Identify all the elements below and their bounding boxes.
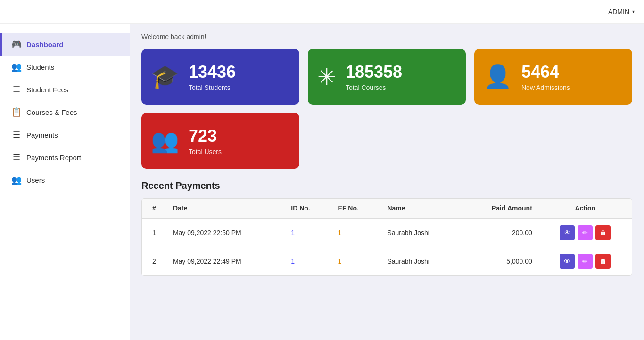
row2-view-button[interactable]: 👁	[560, 254, 575, 269]
col-date: Date	[166, 199, 284, 218]
total-users-number: 723	[189, 126, 222, 146]
row2-name: Saurabh Joshi	[380, 247, 461, 276]
sidebar-label-payments-report: Payments Report	[26, 154, 81, 162]
sidebar-item-payments[interactable]: ☰ Payments	[0, 123, 130, 146]
sidebar-label-payments: Payments	[26, 131, 58, 139]
recent-payments-title: Recent Payments	[141, 180, 632, 191]
courses-badge-icon: ✳	[317, 64, 336, 90]
layout: 🎮 Dashboard 👥 Students ☰ Student Fees 📋 …	[0, 24, 644, 340]
row2-edit-button[interactable]: ✏	[578, 254, 593, 269]
row1-edit-button[interactable]: ✏	[578, 225, 593, 240]
total-courses-label: Total Courses	[346, 84, 402, 91]
sidebar-item-students[interactable]: 👥 Students	[0, 56, 130, 78]
graduation-cap-icon: 🎓	[151, 64, 179, 90]
stats-grid: 🎓 13436 Total Students ✳ 185358 Total Co…	[141, 49, 632, 105]
row1-view-button[interactable]: 👁	[560, 225, 575, 240]
sidebar-label-dashboard: Dashboard	[26, 40, 63, 49]
table-header-row: # Date ID No. EF No. Name Paid Amount Ac…	[142, 199, 632, 218]
table-row: 2 May 09,2022 22:49 PM 1 1 Saurabh Joshi…	[142, 247, 632, 276]
sidebar-item-users[interactable]: 👥 Users	[0, 169, 130, 191]
payments-icon: ☰	[11, 130, 22, 140]
col-action: Action	[539, 199, 632, 218]
sidebar-item-payments-report[interactable]: ☰ Payments Report	[0, 146, 130, 169]
stats-row2: 👥 723 Total Users	[141, 113, 632, 169]
row2-delete-button[interactable]: 🗑	[595, 254, 611, 269]
col-num: #	[142, 199, 166, 218]
total-students-label: Total Students	[189, 84, 236, 91]
total-students-number: 13436	[189, 62, 236, 82]
main-content: Welcome back admin! 🎓 13436 Total Studen…	[130, 24, 644, 340]
sidebar-label-users: Users	[26, 176, 45, 184]
payments-report-icon: ☰	[11, 152, 22, 162]
stat-card-total-users: 👥 723 Total Users	[141, 113, 299, 169]
row2-paid-amount: 5,000.00	[461, 247, 539, 276]
col-id-no: ID No.	[284, 199, 331, 218]
chevron-down-icon: ▾	[632, 9, 635, 14]
courses-fees-icon: 📋	[11, 107, 22, 117]
students-icon: 👥	[11, 62, 22, 72]
student-fees-icon: ☰	[11, 84, 22, 95]
new-admissions-label: New Admissions	[521, 84, 570, 91]
stat-card-total-courses: ✳ 185358 Total Courses	[308, 49, 466, 105]
row1-ef-no: 1	[331, 218, 381, 247]
row1-paid-amount: 200.00	[461, 218, 539, 247]
total-courses-number: 185358	[346, 62, 402, 82]
total-users-label: Total Users	[189, 148, 222, 155]
sidebar-label-students: Students	[26, 63, 54, 71]
welcome-text: Welcome back admin!	[141, 33, 632, 40]
dashboard-icon: 🎮	[11, 39, 22, 49]
admin-dropdown[interactable]: ADMIN ▾	[608, 8, 635, 16]
row2-date: May 09,2022 22:49 PM	[166, 247, 284, 276]
stat-card-new-admissions: 👤 5464 New Admissions	[474, 49, 632, 105]
row2-ef-no: 1	[331, 247, 381, 276]
new-admissions-number: 5464	[521, 62, 570, 82]
table-row: 1 May 09,2022 22:50 PM 1 1 Saurabh Joshi…	[142, 218, 632, 247]
sidebar-item-student-fees[interactable]: ☰ Student Fees	[0, 78, 130, 101]
row2-id-no: 1	[284, 247, 331, 276]
users-icon: 👥	[11, 175, 22, 185]
row1-action: 👁 ✏ 🗑	[539, 218, 632, 247]
col-name: Name	[380, 199, 461, 218]
recent-payments-table: # Date ID No. EF No. Name Paid Amount Ac…	[142, 199, 632, 275]
col-ef-no: EF No.	[331, 199, 381, 218]
sidebar-item-courses-fees[interactable]: 📋 Courses & Fees	[0, 101, 130, 123]
recent-payments-table-container: # Date ID No. EF No. Name Paid Amount Ac…	[141, 198, 632, 276]
sidebar-item-dashboard[interactable]: 🎮 Dashboard	[0, 33, 130, 56]
row1-id-no: 1	[284, 218, 331, 247]
new-admissions-icon: 👤	[484, 64, 512, 90]
col-paid-amount: Paid Amount	[461, 199, 539, 218]
admin-label: ADMIN	[608, 8, 629, 16]
top-bar: ADMIN ▾	[0, 0, 644, 24]
users-group-icon: 👥	[151, 128, 179, 154]
row1-num: 1	[142, 218, 166, 247]
row2-action: 👁 ✏ 🗑	[539, 247, 632, 276]
row1-name: Saurabh Joshi	[380, 218, 461, 247]
sidebar-label-courses-fees: Courses & Fees	[26, 108, 77, 116]
stat-card-total-students: 🎓 13436 Total Students	[141, 49, 299, 105]
row2-num: 2	[142, 247, 166, 276]
row1-delete-button[interactable]: 🗑	[595, 225, 611, 240]
sidebar-label-student-fees: Student Fees	[26, 86, 68, 94]
row1-date: May 09,2022 22:50 PM	[166, 218, 284, 247]
sidebar: 🎮 Dashboard 👥 Students ☰ Student Fees 📋 …	[0, 24, 130, 340]
